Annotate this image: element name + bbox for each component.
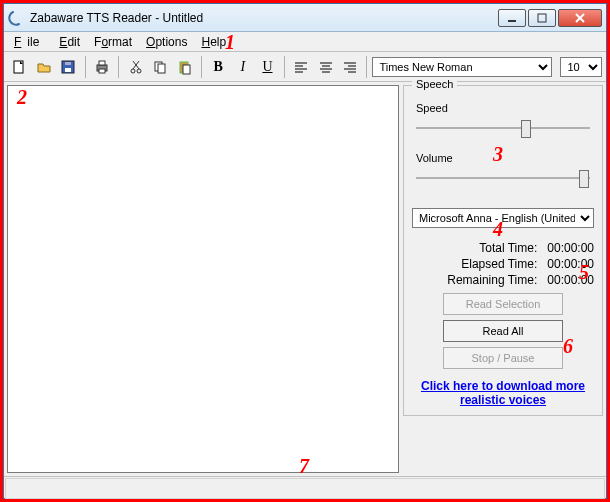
read-selection-button[interactable]: Read Selection: [443, 293, 563, 315]
separator: [284, 56, 285, 78]
total-time-value: 00:00:00: [547, 241, 594, 255]
remaining-time-label: Remaining Time:: [447, 273, 537, 287]
align-center-button[interactable]: [314, 55, 337, 79]
align-right-button[interactable]: [339, 55, 362, 79]
menu-options[interactable]: Options: [140, 33, 193, 51]
window-title: Zabaware TTS Reader - Untitled: [30, 11, 498, 25]
time-readouts: Total Time:00:00:00 Elapsed Time:00:00:0…: [412, 240, 594, 288]
svg-rect-1: [538, 14, 546, 22]
text-editor[interactable]: [7, 85, 399, 473]
minimize-button[interactable]: [498, 9, 526, 27]
copy-button[interactable]: [149, 55, 172, 79]
menu-file[interactable]: File: [8, 33, 51, 51]
close-button[interactable]: [558, 9, 602, 27]
statusbar: [4, 476, 606, 498]
elapsed-time-label: Elapsed Time:: [461, 257, 537, 271]
volume-slider[interactable]: [412, 168, 594, 188]
titlebar: Zabaware TTS Reader - Untitled: [4, 4, 606, 32]
svg-point-14: [137, 69, 141, 73]
menu-help[interactable]: Help: [195, 33, 232, 51]
app-window: Zabaware TTS Reader - Untitled File Edit…: [3, 3, 607, 499]
new-button[interactable]: [8, 55, 31, 79]
svg-rect-18: [183, 65, 190, 74]
print-button[interactable]: [91, 55, 114, 79]
svg-rect-9: [99, 61, 105, 65]
read-all-button[interactable]: Read All: [443, 320, 563, 342]
speech-legend: Speech: [412, 78, 457, 90]
speech-group: Speech Speed Volume Microsoft Anna - Eng…: [403, 85, 603, 416]
separator: [366, 56, 367, 78]
italic-button[interactable]: I: [232, 55, 255, 79]
font-size-select[interactable]: 10: [560, 57, 602, 77]
font-select[interactable]: Times New Roman: [372, 57, 552, 77]
elapsed-time-value: 00:00:00: [547, 257, 594, 271]
separator: [118, 56, 119, 78]
toolbar: B I U Times New Roman 10: [4, 52, 606, 82]
menubar: File Edit Format Options Help: [4, 32, 606, 52]
underline-button[interactable]: U: [256, 55, 279, 79]
remaining-time-value: 00:00:00: [547, 273, 594, 287]
speed-slider[interactable]: [412, 118, 594, 138]
total-time-label: Total Time:: [479, 241, 537, 255]
volume-label: Volume: [412, 152, 594, 164]
maximize-button[interactable]: [528, 9, 556, 27]
stop-pause-button[interactable]: Stop / Pause: [443, 347, 563, 369]
download-voices-link[interactable]: Click here to download more realistic vo…: [412, 379, 594, 407]
open-button[interactable]: [33, 55, 56, 79]
app-icon: [8, 10, 24, 26]
align-left-button[interactable]: [290, 55, 313, 79]
save-button[interactable]: [57, 55, 80, 79]
cut-button[interactable]: [124, 55, 147, 79]
menu-edit[interactable]: Edit: [53, 33, 86, 51]
svg-rect-10: [99, 69, 105, 73]
paste-button[interactable]: [173, 55, 196, 79]
menu-format[interactable]: Format: [88, 33, 138, 51]
separator: [85, 56, 86, 78]
svg-rect-7: [65, 62, 71, 65]
svg-point-13: [131, 69, 135, 73]
separator: [201, 56, 202, 78]
voice-select[interactable]: Microsoft Anna - English (United S: [412, 208, 594, 228]
bold-button[interactable]: B: [207, 55, 230, 79]
speed-label: Speed: [412, 102, 594, 114]
svg-rect-6: [65, 68, 71, 72]
svg-rect-16: [158, 64, 165, 73]
